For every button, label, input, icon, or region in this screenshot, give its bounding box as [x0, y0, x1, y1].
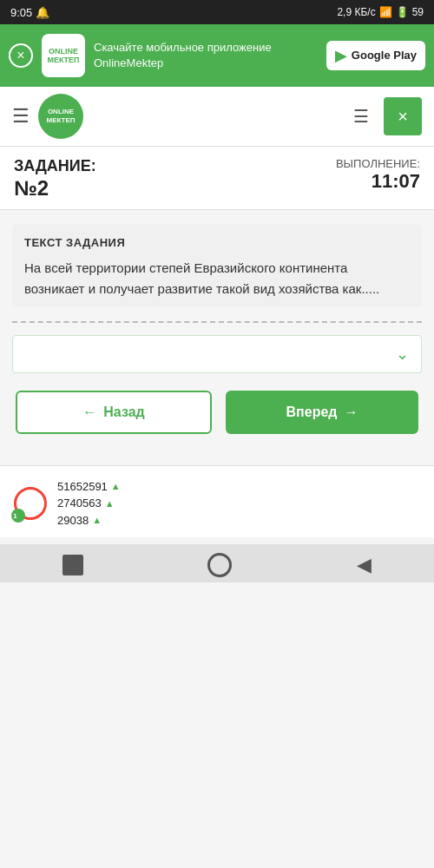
nav-bar: ☰ ONLINE МЕКТЕП ☰ ×: [0, 87, 434, 147]
nav-close-button[interactable]: ×: [384, 97, 422, 135]
task-number: ЗАДАНИЕ: №2: [14, 157, 96, 201]
battery-level: 59: [412, 6, 424, 18]
square-icon: [62, 555, 83, 575]
status-time: 9:05 🔔: [10, 6, 49, 19]
banner-logo-line1: ONLINE: [49, 47, 78, 56]
task-section-label: ТЕКСТ ЗАДАНИЯ: [24, 236, 410, 249]
main-content: ТЕКСТ ЗАДАНИЯ На всей территории степей …: [0, 210, 434, 448]
nav-left: ☰ ONLINE МЕКТЕП: [12, 94, 83, 139]
circle-badge: 1 ▲: [11, 509, 25, 523]
stat-arrow-3: ▲: [92, 513, 102, 528]
task-header: ЗАДАНИЕ: №2 ВЫПОЛНЕНИЕ: 11:07: [0, 147, 434, 210]
stat-value-3: 29038: [57, 512, 89, 529]
nav-right: ☰ ×: [345, 97, 422, 135]
stats-circle: 1 ▲: [14, 487, 47, 520]
banner-logo: ONLINE МЕКТЕП: [42, 34, 85, 77]
task-num: №2: [14, 176, 96, 201]
task-body-text: На всей территории степей Евразийского к…: [24, 258, 410, 299]
google-play-label: Google Play: [352, 49, 417, 62]
status-bar: 9:05 🔔 2,9 КБ/с 📶 🔋 59: [0, 0, 434, 24]
task-completion: ВЫПОЛНЕНИЕ: 11:07: [336, 157, 420, 193]
completion-label: ВЫПОЛНЕНИЕ:: [336, 157, 420, 170]
back-arrow-icon: ←: [82, 404, 96, 420]
back-button[interactable]: ← Назад: [16, 391, 212, 434]
hamburger-menu[interactable]: ☰: [12, 105, 30, 128]
google-play-button[interactable]: ▶ Google Play: [326, 41, 425, 70]
bottom-nav-home[interactable]: [207, 553, 232, 577]
nav-logo: ONLINE МЕКТЕП: [38, 94, 83, 139]
status-right: 2,9 КБ/с 📶 🔋 59: [337, 6, 424, 18]
signal-icon: 📶: [379, 6, 392, 18]
stat-arrow-2: ▲: [105, 496, 115, 511]
forward-arrow-icon: →: [344, 404, 358, 420]
stat-arrow-1: ▲: [111, 479, 121, 494]
bottom-nav-square[interactable]: [62, 555, 83, 575]
back-triangle-icon: ◀: [357, 554, 372, 576]
time-text: 9:05: [10, 6, 32, 19]
banner-logo-line2: МЕКТЕП: [47, 56, 79, 64]
list-icon[interactable]: ☰: [345, 101, 377, 132]
app-banner: × ONLINE МЕКТЕП Скачайте мобильное прило…: [0, 24, 434, 87]
circle-icon: [207, 553, 232, 577]
footer-stats: 1 ▲ 51652591 ▲ 2740563 ▲ 29038 ▲: [0, 465, 434, 538]
nav-buttons: ← Назад Вперед →: [12, 391, 422, 434]
bottom-nav-back[interactable]: ◀: [357, 554, 372, 576]
battery-icon: 🔋: [396, 6, 409, 18]
chevron-down-icon: ⌄: [396, 345, 409, 364]
stat-value-2: 2740563: [57, 495, 102, 512]
forward-label: Вперед: [286, 404, 338, 420]
forward-button[interactable]: Вперед →: [226, 391, 418, 434]
stat-row-3: 29038 ▲: [57, 512, 121, 529]
task-text-box: ТЕКСТ ЗАДАНИЯ На всей территории степей …: [12, 224, 422, 307]
google-play-icon: ▶: [335, 46, 347, 65]
stat-row-1: 51652591 ▲: [57, 478, 121, 496]
stats-numbers: 51652591 ▲ 2740563 ▲ 29038 ▲: [57, 478, 121, 529]
bottom-nav: ◀: [0, 544, 434, 582]
completion-time: 11:07: [336, 170, 420, 193]
answer-dropdown[interactable]: ⌄: [12, 335, 422, 373]
banner-close-button[interactable]: ×: [9, 43, 33, 68]
notification-icon: 🔔: [36, 6, 49, 19]
network-speed: 2,9 КБ/с: [337, 6, 375, 18]
back-label: Назад: [103, 404, 144, 420]
stat-value-1: 51652591: [57, 478, 108, 496]
dotted-separator: [12, 321, 422, 323]
task-label: ЗАДАНИЕ:: [14, 157, 96, 176]
banner-text: Скачайте мобильное приложение OnlineMekt…: [94, 40, 318, 71]
stat-row-2: 2740563 ▲: [57, 495, 121, 512]
